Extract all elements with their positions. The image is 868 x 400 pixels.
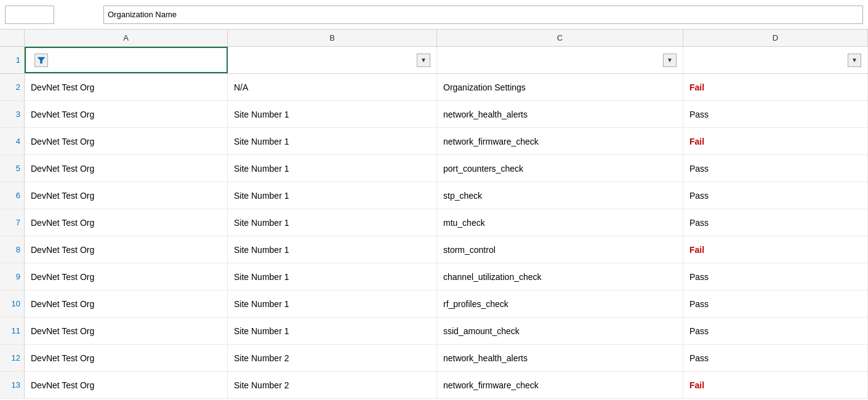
svg-marker-0: [38, 57, 45, 63]
table-body: 1 ▼: [0, 47, 868, 399]
cell-result-4[interactable]: Fail: [683, 128, 868, 154]
row-num-4: 4: [0, 128, 25, 154]
row-num-3: 3: [0, 101, 25, 127]
row-num-7: 7: [0, 209, 25, 236]
row-num-1: 1: [0, 47, 25, 73]
row-num-6: 6: [0, 182, 25, 209]
filter-funnel-icon: [38, 57, 45, 64]
column-header-d[interactable]: D: [683, 30, 868, 46]
row-num-corner: [0, 30, 25, 46]
cell-org-2[interactable]: DevNet Test Org: [25, 74, 228, 100]
cell-test-11[interactable]: ssid_amount_check: [437, 318, 683, 344]
column-header-b[interactable]: B: [228, 30, 437, 46]
header-cell-test-content: ▼: [443, 54, 677, 67]
filter-dropdown-network[interactable]: ▼: [417, 54, 430, 67]
filter-dropdown-result[interactable]: ▼: [848, 54, 861, 67]
cell-result-6[interactable]: Pass: [683, 182, 868, 209]
cell-org-13[interactable]: DevNet Test Org: [25, 372, 228, 398]
table-row: 6 DevNet Test Org Site Number 1 stp_chec…: [0, 182, 868, 209]
row-num-13: 13: [0, 372, 25, 398]
cell-org-8[interactable]: DevNet Test Org: [25, 236, 228, 263]
cell-result-2[interactable]: Fail: [683, 74, 868, 100]
cell-network-3[interactable]: Site Number 1: [228, 101, 437, 127]
cell-org-11[interactable]: DevNet Test Org: [25, 318, 228, 344]
spreadsheet: A B C D 1 ▼: [0, 30, 868, 400]
header-cell-result-content: ▼: [689, 54, 861, 67]
data-rows-container: 2 DevNet Test Org N/A Organization Setti…: [0, 74, 868, 399]
cell-test-5[interactable]: port_counters_check: [437, 155, 683, 182]
table-row: 13 DevNet Test Org Site Number 2 network…: [0, 372, 868, 399]
cell-result-5[interactable]: Pass: [683, 155, 868, 182]
header-cell-network-content: ▼: [234, 54, 430, 67]
cell-test-6[interactable]: stp_check: [437, 182, 683, 209]
header-cell-org-content: [32, 54, 220, 67]
table-header-row: 1 ▼: [0, 47, 868, 74]
cell-result-8[interactable]: Fail: [683, 236, 868, 263]
table-row: 9 DevNet Test Org Site Number 1 channel_…: [0, 263, 868, 290]
cell-network-13[interactable]: Site Number 2: [228, 372, 437, 398]
cell-network-12[interactable]: Site Number 2: [228, 345, 437, 371]
column-headers-row: A B C D: [0, 30, 868, 47]
cell-result-7[interactable]: Pass: [683, 209, 868, 236]
cell-org-6[interactable]: DevNet Test Org: [25, 182, 228, 209]
filter-active-icon-org[interactable]: [34, 54, 48, 67]
formula-bar-buttons: [59, 8, 89, 22]
cell-org-12[interactable]: DevNet Test Org: [25, 345, 228, 371]
header-cell-org[interactable]: [25, 47, 228, 73]
column-header-c[interactable]: C: [437, 30, 683, 46]
cell-result-3[interactable]: Pass: [683, 101, 868, 127]
cancel-formula-button[interactable]: [59, 8, 73, 22]
cell-org-7[interactable]: DevNet Test Org: [25, 209, 228, 236]
header-cell-network[interactable]: ▼: [228, 47, 437, 73]
cell-test-7[interactable]: mtu_check: [437, 209, 683, 236]
cell-network-2[interactable]: N/A: [228, 74, 437, 100]
confirm-formula-button[interactable]: [75, 8, 89, 22]
table-row: 7 DevNet Test Org Site Number 1 mtu_chec…: [0, 209, 868, 236]
filter-dropdown-test[interactable]: ▼: [663, 54, 677, 67]
cell-network-9[interactable]: Site Number 1: [228, 263, 437, 290]
cell-network-11[interactable]: Site Number 1: [228, 318, 437, 344]
cell-test-8[interactable]: storm_control: [437, 236, 683, 263]
cell-org-5[interactable]: DevNet Test Org: [25, 155, 228, 182]
table-row: 2 DevNet Test Org N/A Organization Setti…: [0, 74, 868, 101]
table-row: 8 DevNet Test Org Site Number 1 storm_co…: [0, 236, 868, 263]
table-row: 5 DevNet Test Org Site Number 1 port_cou…: [0, 155, 868, 182]
table-row: 3 DevNet Test Org Site Number 1 network_…: [0, 101, 868, 128]
formula-bar: [0, 0, 868, 30]
cell-network-10[interactable]: Site Number 1: [228, 290, 437, 317]
cell-network-8[interactable]: Site Number 1: [228, 236, 437, 263]
cell-test-12[interactable]: network_health_alerts: [437, 345, 683, 371]
table-row: 10 DevNet Test Org Site Number 1 rf_prof…: [0, 290, 868, 318]
cell-network-7[interactable]: Site Number 1: [228, 209, 437, 236]
cell-result-10[interactable]: Pass: [683, 290, 868, 317]
cell-test-3[interactable]: network_health_alerts: [437, 101, 683, 127]
cell-reference-box[interactable]: [5, 6, 54, 24]
cell-network-5[interactable]: Site Number 1: [228, 155, 437, 182]
row-num-2: 2: [0, 74, 25, 100]
header-cell-test[interactable]: ▼: [437, 47, 683, 73]
cell-org-9[interactable]: DevNet Test Org: [25, 263, 228, 290]
cell-network-4[interactable]: Site Number 1: [228, 128, 437, 154]
cell-org-4[interactable]: DevNet Test Org: [25, 128, 228, 154]
cell-test-4[interactable]: network_firmware_check: [437, 128, 683, 154]
row-num-10: 10: [0, 290, 25, 317]
cell-result-9[interactable]: Pass: [683, 263, 868, 290]
cell-result-13[interactable]: Fail: [683, 372, 868, 398]
cell-result-12[interactable]: Pass: [683, 345, 868, 371]
cell-test-13[interactable]: network_firmware_check: [437, 372, 683, 398]
formula-input[interactable]: [103, 6, 863, 24]
row-num-11: 11: [0, 318, 25, 344]
table-row: 4 DevNet Test Org Site Number 1 network_…: [0, 128, 868, 155]
row-num-12: 12: [0, 345, 25, 371]
cell-network-6[interactable]: Site Number 1: [228, 182, 437, 209]
cell-org-10[interactable]: DevNet Test Org: [25, 290, 228, 317]
column-header-a[interactable]: A: [25, 30, 228, 46]
cell-org-3[interactable]: DevNet Test Org: [25, 101, 228, 127]
cell-test-2[interactable]: Organization Settings: [437, 74, 683, 100]
header-cell-result[interactable]: ▼: [683, 47, 868, 73]
cell-test-10[interactable]: rf_profiles_check: [437, 290, 683, 317]
cell-test-9[interactable]: channel_utilization_check: [437, 263, 683, 290]
cell-result-11[interactable]: Pass: [683, 318, 868, 344]
table-row: 12 DevNet Test Org Site Number 2 network…: [0, 345, 868, 372]
row-num-8: 8: [0, 236, 25, 263]
